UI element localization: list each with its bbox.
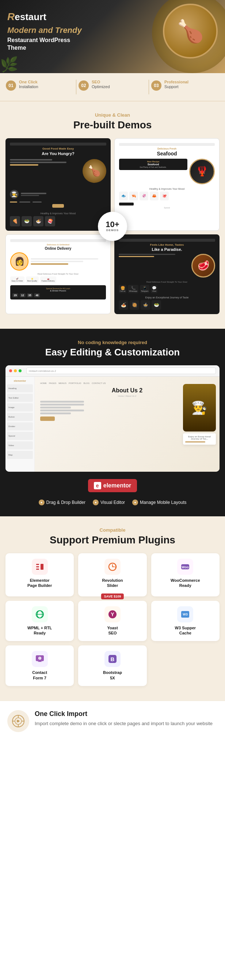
svg-rect-0	[36, 564, 39, 565]
plugin-elementor-icon	[32, 559, 48, 575]
plugin-yoast-icon: Y	[105, 606, 120, 622]
plugin-revolution-badge: SAVE $109	[101, 593, 124, 599]
demo-card-1: Good Food Made Easy Are You Hungry? 🍗 👨‍…	[5, 138, 111, 231]
editing-section: No coding knowledge required Easy Editin…	[0, 329, 225, 516]
hero-food-circle: 🍗	[163, 4, 218, 59]
plugin-wpml: WPML + RTLReady	[5, 601, 74, 641]
feature-drag-drop-label: Drag & Drop Builder	[46, 500, 86, 505]
editor-sidebar-item-5: Divider	[7, 422, 33, 430]
editor-sidebar-item-8: Map	[7, 451, 33, 459]
feature-drag-drop: ● Drag & Drop Builder	[39, 500, 86, 505]
svg-text:W3: W3	[183, 612, 188, 616]
editor-sidebar-item-4: Button	[7, 413, 33, 421]
window-dot-red	[9, 369, 12, 372]
elementor-e-icon: e	[94, 482, 101, 489]
editor-content-area: HOME PAGES MENUS PORTFOLIO BLOG CONTACT …	[35, 377, 220, 472]
demo-card-3-content: Delicious & Unlimited Online Delivery 👩 …	[6, 235, 110, 314]
hero-leaf-decoration: 🌿	[0, 56, 18, 73]
svg-text:Woo: Woo	[182, 565, 189, 569]
feature-sub-3: Support	[164, 84, 189, 89]
oneclick-icon	[12, 714, 25, 728]
hero-food-image: 🍗	[163, 4, 221, 62]
feature-num-3: 03	[151, 80, 162, 91]
window-dot-yellow	[14, 369, 17, 372]
badge-num: 10+	[106, 221, 119, 229]
editor-chef-image: 👨‍🍳	[183, 384, 216, 431]
feature-mobile-layouts: ● Manage Mobile Layouts	[132, 500, 186, 505]
plugin-w3-name: W3 SupperCache	[175, 625, 196, 636]
editor-cta-btn	[40, 417, 55, 421]
editor-mockup: restaurt.com/about-us-2 elementor Headin…	[5, 365, 220, 472]
feature-text-2: SEO Optimized	[92, 80, 110, 89]
demo-card-1-header: Good Food Made Easy	[10, 147, 106, 150]
plugin-woo-name: WooCommerceReady	[171, 578, 200, 589]
feature-num-1: 01	[6, 80, 16, 91]
feature-item-2: 02 SEO Optimized	[76, 80, 149, 91]
plugin-woo-icon: Woo	[177, 559, 193, 575]
editing-features-list: ● Drag & Drop Builder ● Visual Editor ● …	[5, 500, 220, 505]
plugin-wpml-icon	[32, 606, 48, 622]
svg-rect-2	[36, 569, 39, 570]
feature-sub-1: Installation	[19, 84, 38, 89]
oneclick-title: One Click Import	[35, 710, 212, 718]
feature-mobile-layouts-label: Manage Mobile Layouts	[140, 500, 186, 505]
window-dot-green	[19, 369, 22, 372]
plugins-title: Support Premium Plugins	[5, 534, 220, 546]
plugin-elementor-name: ElementorPage Builder	[27, 578, 52, 589]
feature-visual-editor-label: Visual Editor	[100, 500, 125, 505]
oneclick-icon-wrap	[7, 710, 29, 732]
editor-sidebar-item-7: Video	[7, 441, 33, 449]
plugin-yoast-name: YoastSEO	[107, 625, 117, 636]
demo-nav-bar-4	[119, 239, 215, 242]
feature-label-3: Professional	[164, 80, 189, 84]
feature-text-3: Professional Support	[164, 80, 189, 89]
elementor-badge: e elementor	[88, 479, 137, 492]
plugins-section: Compatible Support Premium Plugins Eleme…	[0, 516, 225, 701]
editor-sidebar-item-6: Spacer	[7, 432, 33, 440]
feature-item-1: 01 One Click Installation	[4, 80, 76, 91]
feature-visual-editor: ● Visual Editor	[93, 500, 125, 505]
feature-label-1: One Click	[19, 80, 38, 84]
feature-label-2: SEO	[92, 80, 110, 84]
hero-section: R estaurt Modern and Trendy Restaurant W…	[0, 0, 225, 73]
demos-badge: 10+ DEMOS	[98, 212, 127, 241]
plugin-revolution: RevolutionSlider SAVE $109	[78, 553, 146, 597]
elementor-badge-text: elementor	[103, 482, 131, 489]
plugin-cf7-name: ContactForm 7	[32, 670, 47, 681]
plugin-bootstrap: B Bootstrap5X	[78, 646, 146, 686]
editor-content-inner: HOME PAGES MENUS PORTFOLIO BLOG CONTACT …	[35, 377, 220, 472]
demo-card-1-btn	[52, 204, 64, 208]
features-bar: 01 One Click Installation 02 SEO Optimiz…	[0, 73, 225, 101]
svg-text:?: ?	[39, 657, 41, 660]
oneclick-section: One Click Import Import complete demo in…	[0, 701, 225, 741]
check-circle-1: ●	[39, 500, 44, 505]
prebuilt-label: Unique & Clean	[5, 112, 220, 118]
editor-main: elementor Heading Text Editor Image Butt…	[5, 377, 220, 472]
editor-sidebar-item-1: Heading	[7, 384, 33, 392]
editor-top-bar: restaurt.com/about-us-2	[5, 365, 220, 377]
editing-title: Easy Editing & Customization	[5, 347, 220, 358]
demo-card-4: Feels Like Home, Tastes Like a Paradise.…	[114, 234, 220, 314]
editor-text-block	[40, 401, 84, 421]
demo-card-4-content: Feels Like Home, Tastes Like a Paradise.…	[114, 234, 220, 314]
check-circle-3: ●	[132, 500, 138, 505]
svg-text:B: B	[111, 656, 115, 662]
plugin-cf7: ? ContactForm 7	[5, 646, 74, 686]
plugin-wpml-name: WPML + RTLReady	[27, 625, 52, 636]
svg-text:Y: Y	[111, 611, 114, 617]
demo-nav-bar-1	[10, 143, 106, 146]
check-circle-2: ●	[93, 500, 98, 505]
prebuilt-section: Unique & Clean Pre-built Demos Good Food…	[0, 101, 225, 329]
oneclick-text: One Click Import Import complete demo in…	[35, 710, 212, 727]
plugin-w3: W3 W3 SupperCache	[151, 601, 220, 641]
demo-card-3: Delicious & Unlimited Online Delivery 👩 …	[5, 234, 111, 314]
plugin-bootstrap-name: Bootstrap5X	[103, 670, 122, 681]
plugin-w3-icon: W3	[177, 606, 193, 622]
feature-num-2: 02	[79, 80, 89, 91]
plugins-label: Compatible	[5, 527, 220, 533]
svg-rect-1	[36, 566, 39, 568]
demos-grid: Good Food Made Easy Are You Hungry? 🍗 👨‍…	[5, 138, 220, 314]
editor-elementor-logo: elementor	[7, 380, 33, 382]
feature-text-1: One Click Installation	[19, 80, 38, 89]
demo-card-2: Delicious Fresh Seafood 🦞 New Recipe Sea…	[114, 138, 220, 231]
